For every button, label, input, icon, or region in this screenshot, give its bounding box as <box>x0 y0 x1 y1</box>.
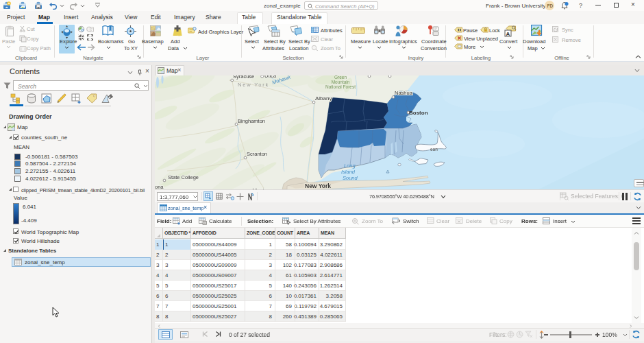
svg-text:Nashua: Nashua <box>395 90 413 96</box>
svg-text:Boston: Boston <box>409 110 428 116</box>
svg-text:New York: New York <box>305 182 331 189</box>
svg-text:National Forest: National Forest <box>325 84 356 89</box>
svg-text:Binghamton: Binghamton <box>238 118 265 124</box>
svg-text:Mountain: Mountain <box>332 80 350 84</box>
svg-text:New York: New York <box>238 82 269 88</box>
svg-text:Albany: Albany <box>315 95 332 102</box>
svg-text:Long: Long <box>344 163 356 169</box>
svg-text:ona: ona <box>155 184 164 189</box>
svg-text:Sound: Sound <box>343 175 358 181</box>
svg-text:State College: State College <box>168 174 199 180</box>
svg-text:Syracuse: Syracuse <box>233 75 254 80</box>
svg-text:Island: Island <box>341 169 356 175</box>
svg-text:Scranton: Scranton <box>247 151 267 157</box>
svg-text:A: A <box>506 31 510 37</box>
svg-text:ean: ean <box>430 147 438 152</box>
